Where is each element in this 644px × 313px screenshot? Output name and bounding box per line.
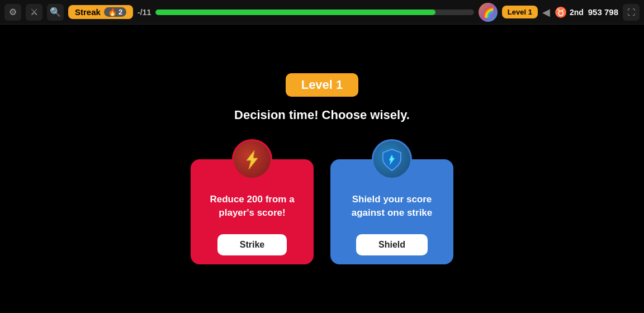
- rank-value: 2nd: [570, 8, 584, 17]
- strike-card-description: Reduce 200 from a player's score!: [191, 187, 314, 232]
- shield-card-description: Shield your score against one strike: [330, 187, 453, 232]
- shield-card[interactable]: Shield your score against one strike Shi…: [330, 159, 453, 264]
- settings-button[interactable]: ⚙: [4, 4, 21, 21]
- progress-bar-fill: [155, 10, 435, 15]
- svg-marker-0: [247, 150, 258, 169]
- level-badge[interactable]: Level 1: [502, 6, 538, 18]
- shield-card-icon-wrapper: [372, 139, 412, 179]
- zoom-button[interactable]: 🔍: [47, 4, 64, 21]
- cards-row: Reduce 200 from a player's score! Strike…: [191, 139, 453, 264]
- decision-text: Decision time! Choose wisely.: [234, 108, 410, 122]
- topbar: ⚙ ⚔ 🔍 Streak 🔥 2 -/11 🌈 Level 1 ◀ ♉ 2nd …: [0, 0, 644, 25]
- lightning-icon: [241, 148, 263, 170]
- main-content: Level 1 Decision time! Choose wisely. Re…: [0, 25, 644, 313]
- level-title-badge: Level 1: [286, 73, 359, 97]
- streak-count: 🔥 2: [104, 7, 126, 17]
- streak-count-value: 2: [119, 8, 122, 16]
- avatar[interactable]: 🌈: [479, 3, 498, 22]
- fullscreen-icon: ⛶: [627, 8, 635, 17]
- fullscreen-button[interactable]: ⛶: [623, 4, 640, 21]
- question-counter: -/11: [138, 8, 151, 17]
- strike-button[interactable]: Strike: [217, 234, 287, 255]
- strike-card-icon-wrapper: [232, 139, 272, 179]
- sword-button[interactable]: ⚔: [26, 4, 42, 21]
- streak-label: Streak: [75, 7, 101, 17]
- streak-badge[interactable]: Streak 🔥 2: [68, 5, 133, 19]
- streak-count-icon: 🔥: [108, 8, 117, 16]
- sword-icon: ⚔: [30, 7, 38, 17]
- score: 953 798: [588, 7, 618, 17]
- rank-icon: ♉: [555, 6, 567, 18]
- progress-bar: [155, 10, 474, 15]
- zoom-icon: 🔍: [50, 7, 61, 17]
- arrow-icon: ◀: [542, 6, 550, 18]
- shield-button[interactable]: Shield: [356, 234, 428, 255]
- rank-info: ♉ 2nd: [555, 6, 584, 18]
- settings-icon: ⚙: [9, 7, 17, 17]
- shield-icon: [380, 147, 404, 172]
- strike-card[interactable]: Reduce 200 from a player's score! Strike: [191, 159, 314, 264]
